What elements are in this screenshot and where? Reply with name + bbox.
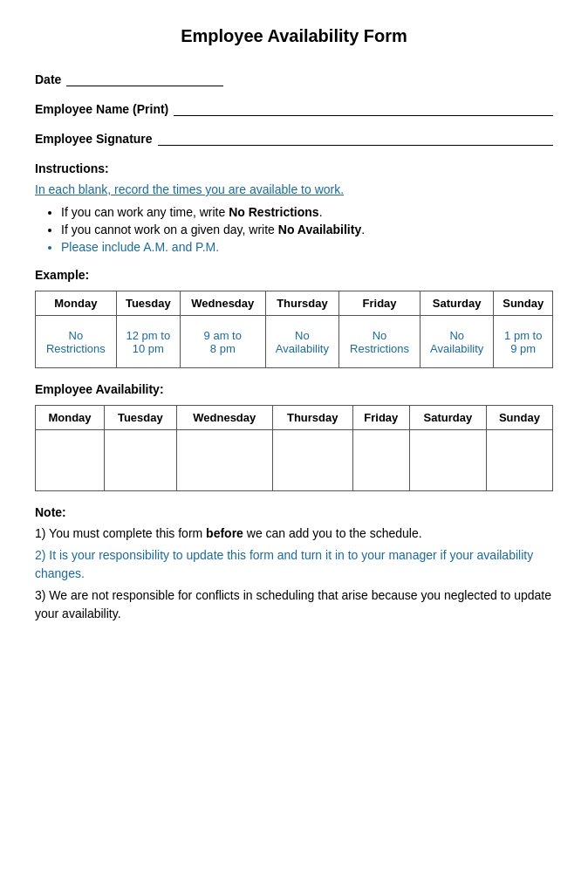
note-2: 2) It is your responsibility to update t… [35, 546, 553, 583]
example-table: Monday Tuesday Wednesday Thursday Friday… [35, 291, 553, 368]
avail-cell-friday[interactable] [352, 430, 409, 491]
date-label: Date [35, 72, 61, 86]
date-field-row: Date [35, 72, 553, 86]
example-cell-thursday: NoAvailability [265, 316, 339, 368]
availability-label: Employee Availability: [35, 382, 553, 396]
avail-cell-wednesday[interactable] [176, 430, 272, 491]
bullet-list: If you can work any time, write No Restr… [61, 205, 553, 254]
bullet-1: If you can work any time, write No Restr… [61, 205, 553, 219]
date-line [66, 86, 223, 86]
example-col-tuesday: Tuesday [116, 291, 180, 316]
signature-line [158, 145, 553, 146]
avail-cell-sunday[interactable] [486, 430, 552, 491]
avail-col-friday: Friday [352, 406, 409, 430]
note-2-text: 2) It is your responsibility to update t… [35, 548, 533, 580]
avail-col-thursday: Thursday [272, 406, 352, 430]
bullet-2: If you cannot work on a given day, write… [61, 223, 553, 236]
avail-cell-saturday[interactable] [409, 430, 486, 491]
example-cell-tuesday: 12 pm to10 pm [116, 316, 180, 368]
signature-field-row: Employee Signature [35, 132, 553, 146]
no-restrictions-bold: No Restrictions [229, 205, 318, 219]
avail-col-tuesday: Tuesday [105, 406, 177, 430]
available-link: available to work [250, 182, 340, 196]
avail-col-monday: Monday [36, 406, 105, 430]
instructions-label: Instructions: [35, 161, 553, 175]
example-col-thursday: Thursday [265, 291, 339, 316]
example-cell-friday: NoRestrictions [339, 316, 420, 368]
note-1-bold: before [206, 526, 243, 540]
bullet-3: Please include A.M. and P.M. [61, 240, 553, 254]
example-label: Example: [35, 268, 553, 282]
example-col-sunday: Sunday [494, 291, 553, 316]
note-1: 1) You must complete this form before we… [35, 524, 553, 543]
example-col-monday: Monday [36, 291, 117, 316]
note-section: Note: 1) You must complete this form bef… [35, 505, 553, 623]
availability-table: Monday Tuesday Wednesday Thursday Friday… [35, 405, 553, 491]
signature-label: Employee Signature [35, 132, 153, 146]
example-col-friday: Friday [339, 291, 420, 316]
example-col-wednesday: Wednesday [180, 291, 265, 316]
name-line [174, 115, 553, 116]
note-label: Note: [35, 505, 553, 519]
avail-cell-thursday[interactable] [272, 430, 352, 491]
no-availability-bold: No Availability [278, 223, 361, 236]
example-cell-saturday: NoAvailability [420, 316, 494, 368]
note-3: 3) We are not responsible for conflicts … [35, 586, 553, 623]
name-label: Employee Name (Print) [35, 102, 168, 116]
example-cell-monday: NoRestrictions [36, 316, 117, 368]
avail-col-saturday: Saturday [409, 406, 486, 430]
example-col-saturday: Saturday [420, 291, 494, 316]
avail-col-sunday: Sunday [486, 406, 552, 430]
avail-cell-tuesday[interactable] [105, 430, 177, 491]
page-title: Employee Availability Form [35, 26, 553, 46]
name-field-row: Employee Name (Print) [35, 102, 553, 116]
avail-col-wednesday: Wednesday [176, 406, 272, 430]
example-cell-sunday: 1 pm to9 pm [494, 316, 553, 368]
example-cell-wednesday: 9 am to8 pm [180, 316, 265, 368]
instructions-main: In each blank, record the times you are … [35, 182, 553, 196]
avail-cell-monday[interactable] [36, 430, 105, 491]
